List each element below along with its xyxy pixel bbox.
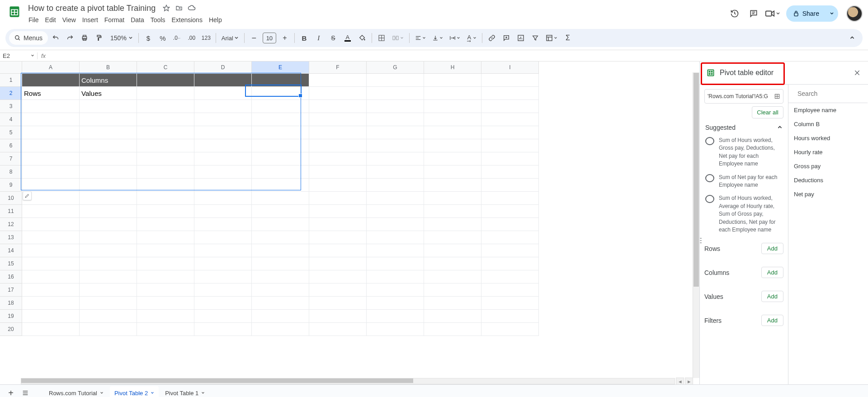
cell-F19[interactable] [309,310,367,323]
cell-F2[interactable] [309,87,367,100]
cell-F7[interactable] [309,152,367,165]
cell-D9[interactable] [194,179,252,192]
meet-button[interactable] [764,5,781,22]
cell-A11[interactable] [22,205,80,218]
cell-F13[interactable] [309,231,367,244]
more-formats-button[interactable]: 123 [199,31,213,45]
cell-F9[interactable] [309,179,367,192]
row-header-19[interactable]: 19 [0,310,22,323]
cell-D20[interactable] [194,323,252,336]
menu-data[interactable]: Data [127,14,147,25]
print-button[interactable] [78,31,91,45]
column-header-A[interactable]: A [22,61,80,74]
cell-E10[interactable] [252,192,309,205]
cell-C4[interactable] [137,113,194,126]
cell-F1[interactable] [309,74,367,87]
cell-E12[interactable] [252,218,309,231]
filter-views-button[interactable] [543,31,560,45]
cell-F18[interactable] [309,297,367,310]
cell-B5[interactable] [80,126,137,139]
cell-G14[interactable] [367,244,424,257]
grid-select-icon[interactable] [774,93,780,99]
menu-edit[interactable]: Edit [42,14,59,25]
cell-F4[interactable] [309,113,367,126]
move-folder-icon[interactable] [174,3,184,14]
column-header-F[interactable]: F [309,61,367,74]
row-header-1[interactable]: 1 [0,74,22,87]
row-header-15[interactable]: 15 [0,257,22,270]
menu-insert[interactable]: Insert [79,14,101,25]
cell-A7[interactable] [22,152,80,165]
column-header-B[interactable]: B [80,61,137,74]
cell-I17[interactable] [481,284,539,297]
cell-A3[interactable] [22,100,80,113]
account-avatar[interactable] [846,5,863,22]
cell-D6[interactable] [194,139,252,152]
spreadsheet-grid[interactable]: ABCDEFGHI1Columns2RowsValues345678910111… [0,61,699,384]
cell-B11[interactable] [80,205,137,218]
cell-I16[interactable] [481,270,539,284]
cell-G4[interactable] [367,113,424,126]
cell-F3[interactable] [309,100,367,113]
cell-B7[interactable] [80,152,137,165]
rotate-text-button[interactable]: A [464,31,479,45]
radio-icon[interactable] [705,195,714,203]
cell-I4[interactable] [481,113,539,126]
add-sheet-button[interactable]: + [4,386,18,397]
cell-I15[interactable] [481,257,539,270]
cell-G15[interactable] [367,257,424,270]
wrap-button[interactable] [447,31,463,45]
cell-E8[interactable] [252,165,309,179]
italic-button[interactable]: I [312,31,326,45]
suggestion-2[interactable]: Sum of Hours worked, Average of Hourly r… [700,192,788,236]
cell-B10[interactable] [80,192,137,205]
valign-button[interactable] [429,31,446,45]
strikethrough-button[interactable]: S [326,31,340,45]
bold-button[interactable]: B [297,31,311,45]
cell-I10[interactable] [481,192,539,205]
cell-E15[interactable] [252,257,309,270]
cell-G8[interactable] [367,165,424,179]
cell-G7[interactable] [367,152,424,165]
cell-I12[interactable] [481,218,539,231]
cell-I8[interactable] [481,165,539,179]
scroll-right-button[interactable]: ▸ [685,378,693,384]
menu-help[interactable]: Help [206,14,225,25]
cell-H6[interactable] [424,139,481,152]
cell-H20[interactable] [424,323,481,336]
cell-A4[interactable] [22,113,80,126]
menus-search[interactable]: Menus [9,31,48,45]
cell-D4[interactable] [194,113,252,126]
cell-E14[interactable] [252,244,309,257]
cell-H5[interactable] [424,126,481,139]
borders-button[interactable] [375,31,388,45]
suggestion-0[interactable]: Sum of Hours worked, Gross pay, Deductio… [700,134,788,171]
cell-A17[interactable] [22,284,80,297]
cell-D12[interactable] [194,218,252,231]
cell-F16[interactable] [309,270,367,284]
cell-B20[interactable] [80,323,137,336]
cell-I5[interactable] [481,126,539,139]
clear-all-button[interactable]: Clear all [752,106,783,118]
cell-C18[interactable] [137,297,194,310]
cell-H3[interactable] [424,100,481,113]
cell-A19[interactable] [22,310,80,323]
cell-A15[interactable] [22,257,80,270]
insert-link-button[interactable] [485,31,499,45]
cell-F5[interactable] [309,126,367,139]
row-header-9[interactable]: 9 [0,179,22,192]
halign-button[interactable] [412,31,429,45]
cell-C6[interactable] [137,139,194,152]
sheet-tab-rows-com-tutorial[interactable]: Rows.com Tutorial [44,386,108,397]
cell-D14[interactable] [194,244,252,257]
cell-C2[interactable] [137,87,194,100]
drag-handle-icon[interactable] [700,237,702,244]
cell-E3[interactable] [252,100,309,113]
cell-D19[interactable] [194,310,252,323]
all-sheets-button[interactable] [18,386,33,397]
row-header-20[interactable]: 20 [0,323,22,336]
sheet-tab-pivot-table-2[interactable]: Pivot Table 2 [110,386,159,397]
percent-button[interactable]: % [156,31,170,45]
history-icon[interactable] [726,5,743,22]
row-header-2[interactable]: 2 [0,87,22,100]
